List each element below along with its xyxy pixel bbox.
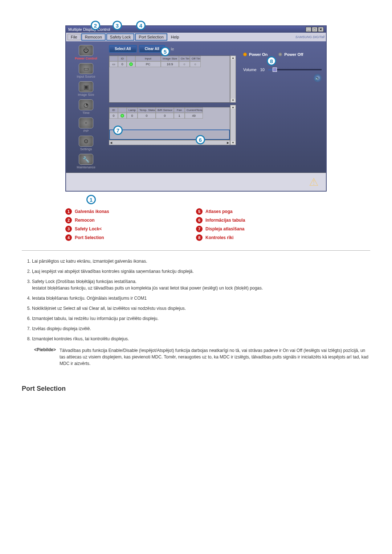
menu-help[interactable]: Help <box>168 34 182 40</box>
menu-safety-lock[interactable]: Safety Lock <box>106 33 134 41</box>
speaker-icon: 🔊 <box>315 76 320 81</box>
callout-7: 7 <box>113 126 123 135</box>
sidebar: ⏻ Power Control ▭ Input Source ▣ Image S… <box>66 41 106 173</box>
scroll-up-icon[interactable]: ▲ <box>231 56 235 59</box>
legend-item: 2Remocon <box>65 217 196 223</box>
volume-value: 10 <box>260 67 265 72</box>
settings-icon: ⚙ <box>79 136 93 147</box>
sidebar-label: Time <box>68 111 104 115</box>
scroll-down-icon[interactable]: ▼ <box>231 99 235 102</box>
scroll-left-icon: ◀ <box>110 141 112 144</box>
image-size-icon: ▣ <box>79 81 93 92</box>
power-on-button[interactable]: Power On <box>243 52 268 57</box>
legend-item: 3Safety Lock< <box>65 226 196 232</box>
separator <box>22 250 370 251</box>
power-on-indicator-icon <box>243 53 247 56</box>
callout-6: 6 <box>196 135 205 144</box>
callout-4: 4 <box>136 21 146 30</box>
list-item: Izvēlas displeju displeja izvēlē. <box>32 325 370 332</box>
grid-cell <box>118 113 127 119</box>
app-window: Multiple Display Control _ □ ✕ File Remo… <box>65 25 327 192</box>
maintenance-icon: 🔧 <box>79 154 93 165</box>
menu-port-selection[interactable]: Port Selection <box>135 33 167 41</box>
input-icon: ▭ <box>79 63 93 74</box>
sidebar-label: Input Source <box>68 75 104 78</box>
sidebar-label: Image Size <box>68 93 104 97</box>
note-text: Tālvadības pults funkcija Enable/Disable… <box>60 347 370 367</box>
vertical-scrollbar[interactable]: ▲ ▼ <box>230 105 236 145</box>
sidebar-item-pip[interactable]: ▫ PIP <box>68 117 105 134</box>
statusbar: ⚠ <box>66 173 326 191</box>
grid-cell[interactable]: ▭ <box>109 61 118 67</box>
list-item: Lai pārslēgtos uz katru ekrānu, izmantoj… <box>32 258 370 264</box>
grid-header-cell <box>127 56 135 61</box>
sidebar-item-settings[interactable]: ⚙ Settings <box>68 135 105 152</box>
list-item: Izmantojiet tabulu, lai redzētu īsu info… <box>32 315 370 322</box>
power-off-indicator-icon <box>278 53 282 56</box>
maximize-button[interactable]: □ <box>312 27 318 32</box>
power-on-label: Power On <box>249 52 268 57</box>
content-area: Select All Clear All le ID Input Image S… <box>106 41 239 173</box>
legend: 1Galvenās ikonas 2Remocon 3Safety Lock< … <box>65 206 327 243</box>
power-icon: ⏻ <box>79 45 93 56</box>
list-item: Iestata bloķēšanas funkciju. Oriģinālais… <box>32 295 370 301</box>
grid-header-cell: Fan <box>174 107 185 113</box>
mute-button[interactable]: 🔊 <box>314 74 322 82</box>
grid-header-cell: Lamp <box>127 107 138 113</box>
sidebar-label: Power Control <box>68 57 104 60</box>
callout-3: 3 <box>113 21 122 30</box>
titlebar: Multiple Display Control _ □ ✕ <box>66 26 326 33</box>
legend-item: 1Galvenās ikonas <box>65 208 196 215</box>
list-item: Noklikšķiniet uz Select all vai Clear al… <box>32 305 370 312</box>
sidebar-item-input-source[interactable]: ▭ Input Source <box>68 62 105 79</box>
grid-header-cell <box>109 56 118 61</box>
sidebar-item-image-size[interactable]: ▣ Image Size <box>68 81 105 97</box>
grid-cell: PC <box>135 61 161 67</box>
display-selection-frame[interactable] <box>109 130 230 140</box>
vertical-scrollbar[interactable]: ▲ ▼ <box>230 56 236 103</box>
toolbar-trailing: le <box>171 47 174 51</box>
grid-cell: 16:9 <box>161 61 179 67</box>
horizontal-scrollbar[interactable]: ◀▶ <box>109 140 230 145</box>
scroll-up-icon[interactable]: ▲ <box>231 106 235 109</box>
sidebar-item-time[interactable]: ◔ Time <box>68 99 105 115</box>
menu-remocon[interactable]: Remocon <box>81 33 106 41</box>
select-all-button[interactable]: Select All <box>109 45 137 53</box>
pip-icon: ▫ <box>79 118 93 128</box>
app-screenshot: 1 2 3 4 5 6 7 8 Multiple Display Control… <box>65 25 327 192</box>
grid-cell: 0 <box>118 61 127 67</box>
warning-icon: ⚠ <box>309 176 319 188</box>
sidebar-item-maintenance[interactable]: 🔧 Maintenance <box>68 153 105 170</box>
grid-cell: 1 <box>174 113 185 119</box>
grid-header-cell: Off Timer <box>190 56 201 61</box>
menu-file[interactable]: File <box>68 34 81 40</box>
sidebar-item-power-control[interactable]: ⏻ Power Control <box>68 44 105 61</box>
numbered-list: Lai pārslēgtos uz katru ekrānu, izmantoj… <box>22 258 370 367</box>
grid-header-cell: Input <box>135 56 161 61</box>
grid-header-cell: Image Size <box>161 56 179 61</box>
minimize-button[interactable]: _ <box>306 27 311 32</box>
note-label: <Piebilde> <box>34 347 56 367</box>
slider-thumb[interactable] <box>273 67 277 72</box>
sidebar-label: PIP <box>68 129 104 133</box>
time-icon: ◔ <box>79 99 93 110</box>
grid-header-cell: ID <box>109 107 118 113</box>
volume-slider[interactable] <box>268 69 322 70</box>
sidebar-label: Settings <box>68 147 104 151</box>
callout-8: 8 <box>267 56 276 66</box>
callout-2: 2 <box>91 21 100 30</box>
legend-item: 5Atlases poga <box>196 208 327 215</box>
close-button[interactable]: ✕ <box>318 27 324 32</box>
display-grid: ID Input Image Size On Timer Off Timer ▭… <box>109 56 230 103</box>
grid-cell <box>127 61 135 67</box>
list-item: Ļauj iespējot vai atspējot tālvadības ko… <box>32 268 370 275</box>
list-item: Safety Lock (Drošības bloķētāja) funkcij… <box>32 278 370 291</box>
power-off-button[interactable]: Power Off <box>278 52 303 57</box>
control-panel: Power On Power Off Volume 10 <box>239 41 326 173</box>
volume-label: Volume <box>243 67 257 72</box>
grid-header-cell: On Timer <box>179 56 190 61</box>
grid-header-cell: B/R Sensor <box>156 107 174 113</box>
grid-cell: 49 <box>185 113 203 119</box>
sidebar-label: Maintenance <box>68 165 104 169</box>
scroll-down-icon[interactable]: ▼ <box>231 141 235 144</box>
